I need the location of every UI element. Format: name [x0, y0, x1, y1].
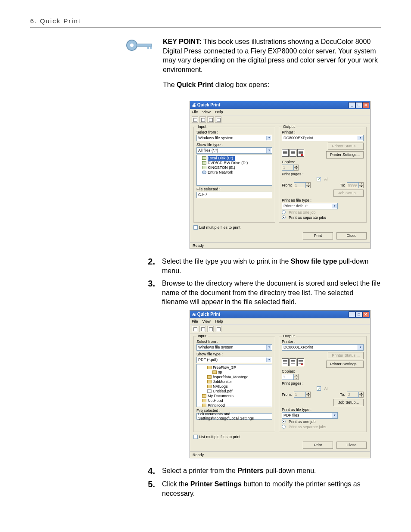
- spin-up-icon[interactable]: ▴: [294, 374, 299, 377]
- close-button[interactable]: Close: [336, 232, 367, 240]
- select-from-label: Select from :: [196, 339, 272, 344]
- toolbar: [190, 115, 370, 124]
- tree-item[interactable]: hsperfdata_Montego: [198, 375, 271, 380]
- close-button[interactable]: Close: [336, 442, 367, 449]
- menu-view[interactable]: View: [202, 319, 211, 324]
- directory-tree[interactable]: FreeFlow_SP sp hsperfdata_Montego JobMon…: [196, 364, 272, 407]
- toolbar-button-1[interactable]: [192, 116, 198, 123]
- section-header: 6. Quick Print: [30, 17, 381, 28]
- close-window-button[interactable]: ✕: [362, 102, 369, 108]
- printer-settings-button[interactable]: Printer Settings...: [326, 151, 364, 159]
- step-number: 5.: [30, 479, 155, 498]
- tree-item[interactable]: sp: [198, 370, 271, 375]
- tree-item[interactable]: PrintHood: [198, 403, 271, 407]
- file-selected-field[interactable]: C:\*.*: [196, 192, 272, 198]
- separate-jobs-label: Print as separate jobs: [289, 425, 326, 429]
- folder-icon: [207, 366, 212, 369]
- titlebar[interactable]: 🖨 Quick Print _ □ ✕: [190, 311, 370, 318]
- print-button[interactable]: Print: [303, 442, 333, 449]
- select-from-combo[interactable]: Windows file system▾: [196, 135, 272, 141]
- minimize-button[interactable]: _: [349, 102, 355, 108]
- quick-print-dialog-2: 🖨 Quick Print _ □ ✕ File View Help: [190, 310, 371, 458]
- job-setup-button[interactable]: Job Setup...: [333, 399, 364, 406]
- toolbar-button-4[interactable]: [215, 326, 221, 332]
- all-pages-checkbox[interactable]: [317, 177, 321, 181]
- spin-down-icon[interactable]: ▾: [294, 377, 299, 380]
- file-selected-field[interactable]: C:\Documents and Settings\Montego\Local …: [196, 413, 272, 420]
- one-job-label: Print as one job: [289, 210, 316, 215]
- menu-file[interactable]: File: [192, 110, 198, 114]
- toolbar-button-1[interactable]: [192, 326, 198, 332]
- print-pages-label: Print pages :: [282, 172, 364, 176]
- chevron-down-icon: ▾: [358, 136, 363, 140]
- input-fieldset: Input Select from : Windows file system▾…: [193, 336, 275, 432]
- separate-jobs-label: Print as separate jobs: [289, 215, 326, 220]
- output-fieldset: Output Printer : DC8000EXPprint▾ Printer…: [279, 127, 367, 223]
- select-from-combo[interactable]: Windows file system▾: [196, 344, 272, 351]
- input-fieldset: Input Select from : Windows file system▾…: [193, 127, 275, 223]
- maximize-button[interactable]: □: [355, 102, 362, 108]
- close-window-button[interactable]: ✕: [362, 311, 369, 317]
- menu-file[interactable]: File: [192, 319, 198, 324]
- svg-rect-4: [150, 47, 152, 49]
- printer-combo[interactable]: DC8000EXPprint▾: [282, 344, 364, 351]
- from-spinner: 1▴▾: [294, 392, 311, 398]
- toolbar-button-3[interactable]: [207, 326, 214, 332]
- separate-jobs-radio[interactable]: [282, 215, 286, 219]
- tree-item[interactable]: FreeFlow_SP: [198, 365, 271, 370]
- list-multiple-checkbox[interactable]: [193, 435, 198, 439]
- file-selected-label: File selected :: [196, 187, 272, 191]
- input-legend: Input: [196, 124, 208, 129]
- print-button[interactable]: Print: [303, 232, 333, 240]
- tree-item[interactable]: KINGSTON (E:): [198, 165, 271, 170]
- folder-icon: [202, 404, 206, 407]
- copies-spinner[interactable]: 1▴▾: [282, 165, 364, 171]
- tree-item[interactable]: My Documents: [198, 394, 271, 398]
- toolbar-button-3[interactable]: [207, 116, 214, 123]
- printer-combo[interactable]: DC8000EXPprint▾: [282, 135, 364, 141]
- maximize-button[interactable]: □: [355, 311, 362, 317]
- from-label: From:: [282, 183, 292, 187]
- minimize-button[interactable]: _: [349, 311, 355, 317]
- folder-icon: [207, 380, 212, 383]
- printer-thumbnail: [282, 353, 304, 366]
- show-filetype-combo[interactable]: PDF (*.pdf)▾: [196, 357, 272, 363]
- status-bar: Ready: [190, 451, 370, 458]
- output-legend: Output: [282, 334, 296, 338]
- step-text: Select the file type you wish to print i…: [162, 257, 381, 275]
- tree-item[interactable]: Local Disk (C:): [198, 156, 271, 161]
- tree-item[interactable]: NetHood: [198, 398, 271, 403]
- list-multiple-label: List multiple files to print: [199, 225, 240, 230]
- spin-up-icon[interactable]: ▴: [294, 165, 299, 168]
- toolbar-button-2[interactable]: [199, 326, 206, 332]
- list-multiple-checkbox[interactable]: [193, 225, 198, 230]
- tree-item[interactable]: Untitled.pdf: [198, 389, 271, 394]
- tree-item[interactable]: NAILogs: [198, 384, 271, 389]
- tree-item[interactable]: Entire Network: [198, 170, 271, 175]
- copies-spinner[interactable]: 1▴▾: [282, 374, 364, 380]
- one-job-radio: [282, 210, 286, 214]
- keypoint-paragraph: KEY POINT: This book uses illustrations …: [163, 37, 381, 74]
- directory-tree[interactable]: Local Disk (C:) DVD/CD-RW Drive (D:) KIN…: [196, 155, 272, 186]
- print-filetype-combo[interactable]: PDF files▾: [282, 412, 338, 419]
- drive-icon: [202, 156, 206, 160]
- cd-drive-icon: [202, 161, 206, 165]
- spin-down-icon[interactable]: ▾: [294, 168, 299, 171]
- tree-item[interactable]: DVD/CD-RW Drive (D:): [198, 161, 271, 165]
- tree-item[interactable]: JobMonitor: [198, 380, 271, 384]
- toolbar-button-4[interactable]: [215, 116, 221, 123]
- titlebar[interactable]: 🖨 Quick Print _ □ ✕: [190, 101, 370, 109]
- menu-help[interactable]: Help: [215, 110, 223, 114]
- toolbar-button-2[interactable]: [199, 116, 206, 123]
- menu-view[interactable]: View: [202, 110, 211, 114]
- chevron-down-icon: ▾: [332, 413, 337, 418]
- select-from-label: Select from :: [196, 130, 272, 134]
- print-filetype-combo[interactable]: Printer default▾: [282, 203, 338, 209]
- to-spinner: 9999▴▾: [347, 182, 364, 188]
- all-pages-checkbox[interactable]: [317, 386, 321, 391]
- menu-help[interactable]: Help: [215, 319, 223, 324]
- one-job-radio[interactable]: [282, 420, 286, 423]
- show-filetype-combo[interactable]: All files (*.*)▾: [196, 147, 272, 154]
- show-filetype-label: Show file type :: [196, 143, 272, 147]
- printer-settings-button[interactable]: Printer Settings...: [326, 361, 364, 368]
